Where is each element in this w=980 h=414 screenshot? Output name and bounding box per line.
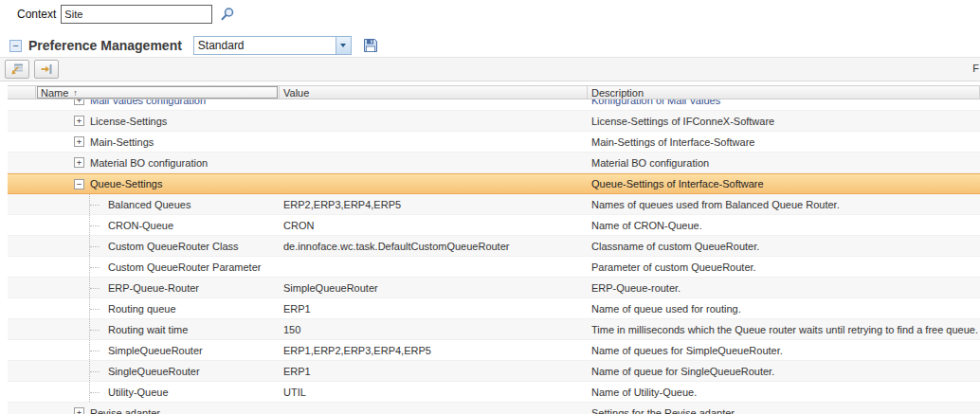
row-name-cell: SingleQueueRouter bbox=[36, 361, 280, 381]
context-label: Context bbox=[17, 8, 56, 21]
table-row[interactable]: +Material BO configurationMaterial BO co… bbox=[8, 153, 980, 173]
row-name-cell: +Main-Settings bbox=[36, 132, 280, 152]
row-value: ERP1 bbox=[280, 298, 588, 318]
row-gutter bbox=[8, 174, 36, 193]
row-name-cell: Routing wait time bbox=[36, 319, 280, 339]
row-gutter bbox=[8, 236, 36, 256]
tree-elbow-icon bbox=[89, 319, 103, 339]
expand-icon[interactable]: + bbox=[74, 407, 84, 414]
description-header-label: Description bbox=[591, 87, 644, 99]
table-row[interactable]: +Mail Values configurationKonfiguration … bbox=[8, 99, 980, 111]
table-row[interactable]: SimpleQueueRouterERP1,ERP2,ERP3,ERP4,ERP… bbox=[8, 340, 980, 361]
row-name-cell: +License-Settings bbox=[36, 111, 280, 131]
list-arrow-down-left-icon bbox=[10, 63, 24, 76]
expand-icon[interactable]: + bbox=[74, 99, 84, 105]
row-name-cell: CRON-Queue bbox=[36, 215, 280, 235]
column-header-value[interactable]: Value bbox=[280, 86, 588, 99]
row-name: Utility-Queue bbox=[108, 387, 169, 398]
row-name-cell: +Material BO configuration bbox=[36, 153, 280, 172]
preset-dropdown-button[interactable] bbox=[336, 36, 352, 55]
row-name: SimpleQueueRouter bbox=[108, 345, 203, 356]
row-value bbox=[280, 257, 588, 277]
grid-toolbar: F bbox=[0, 57, 980, 81]
tree-elbow-icon bbox=[89, 215, 103, 235]
row-description: Material BO configuration bbox=[588, 153, 980, 172]
row-name: Custom QueueRouter Parameter bbox=[108, 261, 261, 273]
preferences-grid: Name ↑ Value Description +Mail Values co… bbox=[8, 85, 980, 414]
tree-elbow-icon bbox=[89, 278, 103, 297]
table-header: Name ↑ Value Description bbox=[8, 85, 980, 99]
row-gutter bbox=[8, 361, 36, 381]
table-row[interactable]: Custom QueueRouter Classde.innoface.wc.t… bbox=[8, 236, 980, 257]
row-name-cell: SimpleQueueRouter bbox=[36, 340, 280, 360]
row-value bbox=[280, 99, 588, 110]
table-row[interactable]: Custom QueueRouter ParameterParameter of… bbox=[8, 257, 980, 278]
table-row[interactable]: −Queue-SettingsQueue-Settings of Interfa… bbox=[8, 173, 980, 194]
collapse-icon[interactable]: − bbox=[74, 179, 84, 189]
tree-elbow-icon bbox=[89, 340, 103, 360]
name-header-label: Name bbox=[41, 87, 68, 99]
table-row[interactable]: Routing queueERP1Name of queue used for … bbox=[8, 298, 980, 319]
row-name: License-Settings bbox=[90, 116, 167, 127]
row-gutter bbox=[8, 382, 36, 402]
row-gutter bbox=[8, 403, 36, 414]
row-description: Name of CRON-Queue. bbox=[588, 215, 980, 235]
row-description: ERP-Queue-router. bbox=[588, 278, 980, 297]
export-preferences-button[interactable] bbox=[34, 60, 59, 79]
row-name: ERP-Queue-Router bbox=[108, 282, 199, 294]
expand-icon[interactable]: + bbox=[74, 157, 84, 168]
column-header-description[interactable]: Description bbox=[588, 86, 980, 99]
row-name: Routing wait time bbox=[108, 324, 188, 335]
row-value bbox=[280, 153, 588, 172]
row-value bbox=[280, 403, 588, 414]
table-row[interactable]: +License-SettingsLicense-Settings of IFC… bbox=[8, 111, 980, 132]
preset-combobox-input[interactable] bbox=[193, 36, 336, 55]
table-row[interactable]: Utility-QueueUTILName of Utility-Queue. bbox=[8, 382, 980, 403]
expand-icon[interactable]: + bbox=[74, 116, 84, 126]
table-row[interactable]: +Main-SettingsMain-Settings of Interface… bbox=[8, 132, 980, 153]
search-icon bbox=[220, 7, 235, 22]
table-row[interactable]: SingleQueueRouterERP1Name of queue for S… bbox=[8, 361, 980, 382]
save-button[interactable] bbox=[361, 36, 380, 55]
expand-icon[interactable]: + bbox=[74, 136, 84, 147]
tree-elbow-icon bbox=[89, 361, 103, 381]
panel-collapse-button[interactable]: − bbox=[9, 40, 22, 52]
preference-management-screen: Context − Preference Management bbox=[0, 0, 980, 414]
row-gutter bbox=[8, 298, 36, 318]
table-row[interactable]: Balanced QueuesERP2,ERP3,ERP4,ERP5Names … bbox=[8, 194, 980, 215]
page-title: Preference Management bbox=[28, 38, 182, 53]
tree-elbow-icon bbox=[89, 236, 103, 256]
tree-elbow-icon bbox=[89, 382, 103, 402]
import-preferences-button[interactable] bbox=[5, 60, 29, 79]
table-row[interactable]: ERP-Queue-RouterSimpleQueueRouterERP-Que… bbox=[8, 278, 980, 298]
row-name-cell: Routing queue bbox=[36, 298, 280, 318]
context-search-button[interactable] bbox=[219, 6, 236, 23]
row-value: SimpleQueueRouter bbox=[280, 278, 588, 297]
row-value bbox=[280, 111, 588, 131]
row-name-cell: +Mail Values configuration bbox=[36, 99, 280, 110]
row-gutter bbox=[8, 111, 36, 131]
row-gutter bbox=[8, 132, 36, 152]
column-header-name[interactable]: Name ↑ bbox=[36, 86, 280, 99]
row-description: Names of queues used from Balanced Queue… bbox=[588, 194, 980, 214]
row-gutter bbox=[8, 215, 36, 235]
context-input[interactable] bbox=[61, 5, 212, 24]
row-value bbox=[280, 174, 588, 193]
sort-asc-icon: ↑ bbox=[73, 88, 78, 98]
table-row[interactable]: CRON-QueueCRONName of CRON-Queue. bbox=[8, 215, 980, 236]
row-value: de.innoface.wc.task.DefaultCustomQueueRo… bbox=[280, 236, 588, 256]
preset-combobox bbox=[193, 36, 352, 55]
row-description: Main-Settings of Interface-Software bbox=[588, 132, 980, 152]
table-row[interactable]: +Revise adapterSettings for the Revise a… bbox=[8, 403, 980, 414]
row-description: Name of queue used for routing. bbox=[588, 298, 980, 318]
tree-elbow-icon bbox=[89, 194, 103, 214]
chevron-down-icon bbox=[340, 44, 346, 47]
row-description: Parameter of custom QueueRouter. bbox=[588, 257, 980, 277]
row-name-cell: Utility-Queue bbox=[36, 382, 280, 402]
row-gutter bbox=[8, 99, 36, 110]
row-gutter bbox=[8, 278, 36, 297]
row-value: ERP1,ERP2,ERP3,ERP4,ERP5 bbox=[280, 340, 588, 360]
table-row[interactable]: Routing wait time150Time in milliseconds… bbox=[8, 319, 980, 340]
row-name: Revise adapter bbox=[90, 407, 160, 414]
row-value bbox=[280, 132, 588, 152]
